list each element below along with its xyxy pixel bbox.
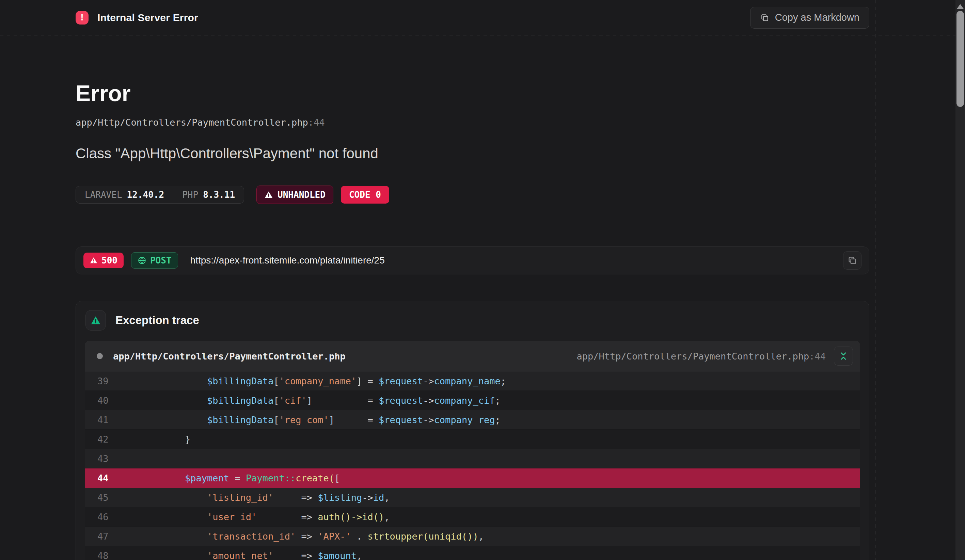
scrollbar[interactable] xyxy=(955,0,965,560)
code-line: 43 xyxy=(85,449,860,469)
code-line: 47 'transaction_id' => 'APX-' . strtoupp… xyxy=(85,527,860,546)
code-line: 48 'amount_net' => $amount, xyxy=(85,546,860,560)
main-content: Error app/Http/Controllers/PaymentContro… xyxy=(75,81,869,560)
grid-vline-right xyxy=(875,0,875,560)
top-bar: ! Internal Server Error Copy as Markdown xyxy=(0,0,965,35)
code-zero-badge: CODE 0 xyxy=(341,186,389,204)
warning-triangle-icon xyxy=(264,191,273,199)
globe-icon xyxy=(137,256,146,265)
frame-location-line: :44 xyxy=(809,351,826,362)
code-line: 41 $billingData['reg_com'] = $request->c… xyxy=(85,410,860,429)
file-path: app/Http/Controllers/PaymentController.p… xyxy=(75,117,308,128)
line-number: 44 xyxy=(85,473,128,483)
exception-trace-card: Exception trace app/Http/Controllers/Pay… xyxy=(75,301,869,560)
code-line: 40 $billingData['cif'] = $request->compa… xyxy=(85,391,860,410)
frame-file-path: app/Http/Controllers/PaymentController.p… xyxy=(113,351,346,362)
code-text: 'user_id' => auth()->id(), xyxy=(141,512,390,522)
copy-as-markdown-button[interactable]: Copy as Markdown xyxy=(750,7,869,29)
trace-frame-header: app/Http/Controllers/PaymentController.p… xyxy=(85,341,860,371)
frame-header-right: app/Http/Controllers/PaymentController.p… xyxy=(576,346,853,366)
php-label: PHP xyxy=(182,189,198,200)
error-heading: Error xyxy=(75,81,869,106)
method-badge: POST xyxy=(131,252,178,269)
code-text: 'amount_net' => $amount, xyxy=(141,550,362,560)
scrollbar-thumb[interactable] xyxy=(957,11,964,107)
code-line: 44 $payment = Payment::create([ xyxy=(85,469,860,488)
laravel-version: 12.40.2 xyxy=(127,189,164,200)
chevrons-collapse-icon xyxy=(838,351,849,361)
code-text: 'listing_id' => $listing->id, xyxy=(141,492,390,503)
line-number: 42 xyxy=(85,434,128,445)
code-text: $billingData['company_name'] = $request-… xyxy=(141,376,506,386)
line-number: 43 xyxy=(85,454,128,464)
status-code: 500 xyxy=(101,255,118,266)
file-line-number: :44 xyxy=(308,117,325,128)
exception-trace-header: Exception trace xyxy=(76,301,869,339)
version-badge: LARAVEL 12.40.2 PHP 8.3.11 xyxy=(75,186,244,204)
scrollbar-up-arrow[interactable] xyxy=(957,4,963,9)
php-version: 8.3.11 xyxy=(203,189,235,200)
line-number: 47 xyxy=(85,531,128,542)
php-version-cell: PHP 8.3.11 xyxy=(173,186,244,203)
copy-icon xyxy=(847,255,857,266)
collapse-frame-button[interactable] xyxy=(834,346,853,366)
copy-icon xyxy=(760,13,770,23)
code-text: $payment = Payment::create([ xyxy=(141,473,340,483)
code-line: 39 $billingData['company_name'] = $reque… xyxy=(85,371,860,391)
code-text: } xyxy=(141,434,190,445)
error-file-path: app/Http/Controllers/PaymentController.p… xyxy=(75,117,869,128)
frame-location-path: app/Http/Controllers/PaymentController.p… xyxy=(576,351,809,362)
code-line: 42 } xyxy=(85,429,860,449)
method-label: POST xyxy=(150,255,172,266)
copy-url-button[interactable] xyxy=(843,251,862,269)
exception-warning-icon xyxy=(85,310,106,331)
status-500-badge: 500 xyxy=(83,253,124,268)
frame-location: app/Http/Controllers/PaymentController.p… xyxy=(576,351,826,362)
badge-row: LARAVEL 12.40.2 PHP 8.3.11 UNHANDLED COD… xyxy=(75,186,869,204)
laravel-version-cell: LARAVEL 12.40.2 xyxy=(76,186,173,203)
error-message: Class "App\Http\Controllers\Payment" not… xyxy=(75,145,869,162)
exception-trace-title: Exception trace xyxy=(115,314,199,327)
frame-dot-icon xyxy=(97,353,103,359)
laravel-label: LARAVEL xyxy=(85,189,122,200)
error-page: ! Internal Server Error Copy as Markdown… xyxy=(0,0,965,560)
line-number: 39 xyxy=(85,376,128,386)
request-bar: 500 POST https://apex-front.sitemile.com… xyxy=(75,247,869,274)
unhandled-badge: UNHANDLED xyxy=(257,186,334,204)
line-number: 45 xyxy=(85,492,128,503)
alert-icon: ! xyxy=(75,11,88,24)
copy-as-markdown-label: Copy as Markdown xyxy=(775,12,859,23)
line-number: 46 xyxy=(85,512,128,522)
code-text: 'transaction_id' => 'APX-' . strtoupper(… xyxy=(141,531,484,542)
code-lines: 39 $billingData['company_name'] = $reque… xyxy=(85,371,860,560)
code-line: 46 'user_id' => auth()->id(), xyxy=(85,507,860,527)
line-number: 48 xyxy=(85,550,128,560)
code-text: $billingData['reg_com'] = $request->comp… xyxy=(141,415,500,425)
grid-vline-left xyxy=(37,0,37,560)
page-title: Internal Server Error xyxy=(97,12,198,23)
request-url: https://apex-front.sitemile.com/plata/in… xyxy=(190,255,385,266)
code-line: 45 'listing_id' => $listing->id, xyxy=(85,488,860,507)
line-number: 41 xyxy=(85,415,128,425)
trace-frame: app/Http/Controllers/PaymentController.p… xyxy=(85,341,860,560)
unhandled-label: UNHANDLED xyxy=(278,189,325,200)
line-number: 40 xyxy=(85,395,128,406)
warning-triangle-icon xyxy=(90,257,98,264)
code-text: $billingData['cif'] = $request->company_… xyxy=(141,395,500,406)
